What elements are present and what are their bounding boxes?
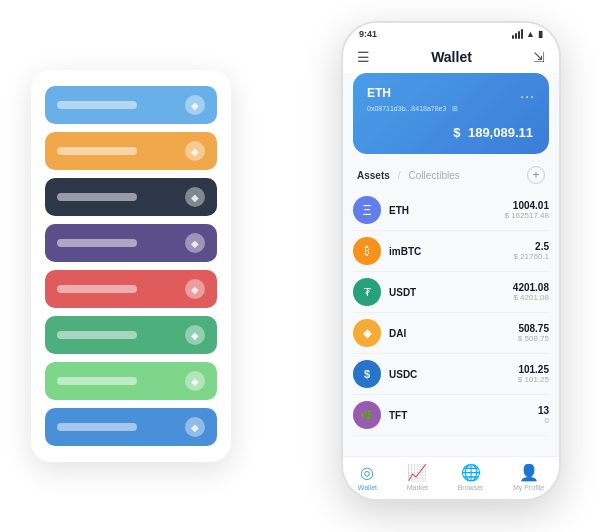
card-item-1[interactable]: ◆ xyxy=(45,132,217,170)
add-asset-button[interactable]: + xyxy=(527,166,545,184)
asset-name-tft: TFT xyxy=(389,410,538,421)
asset-name-eth: ETH xyxy=(389,205,505,216)
card-icon-5: ◆ xyxy=(185,325,205,345)
dai-icon: ◈ xyxy=(353,319,381,347)
card-label-5 xyxy=(57,331,137,339)
assets-header: Assets / Collectibles + xyxy=(343,162,559,190)
card-label-4 xyxy=(57,285,137,293)
usdc-icon: $ xyxy=(353,360,381,388)
card-label-0 xyxy=(57,101,137,109)
card-icon-1: ◆ xyxy=(185,141,205,161)
asset-item-usdc[interactable]: $ USDC 101.25 $ 101.25 xyxy=(353,354,549,395)
balance-amount: 189,089.11 xyxy=(468,125,533,140)
eth-amount: 1004.01 xyxy=(505,200,550,211)
card-item-2[interactable]: ◆ xyxy=(45,178,217,216)
imbtc-amount: 2.5 xyxy=(513,241,549,252)
dai-amount: 508.75 xyxy=(518,323,549,334)
tab-assets[interactable]: Assets xyxy=(357,170,390,181)
asset-name-usdt: USDT xyxy=(389,287,513,298)
tab-separator: / xyxy=(398,170,401,181)
asset-values-tft: 13 0 xyxy=(538,405,549,425)
asset-values-usdt: 4201.08 $ 4201.08 xyxy=(513,282,549,302)
asset-values-imbtc: 2.5 $ 21760.1 xyxy=(513,241,549,261)
browser-nav-icon: 🌐 xyxy=(461,463,481,482)
phone: 9:41 ▲ ▮ ☰ Wallet ⇲ ETH ... xyxy=(341,21,561,501)
usdt-usd: $ 4201.08 xyxy=(513,293,549,302)
card-item-7[interactable]: ◆ xyxy=(45,408,217,446)
usdt-icon: ₮ xyxy=(353,278,381,306)
wallet-nav-icon: ◎ xyxy=(360,463,374,482)
tft-usd: 0 xyxy=(538,416,549,425)
eth-icon: Ξ xyxy=(353,196,381,224)
card-item-4[interactable]: ◆ xyxy=(45,270,217,308)
usdc-usd: $ 101.25 xyxy=(518,375,549,384)
card-icon-6: ◆ xyxy=(185,371,205,391)
card-item-6[interactable]: ◆ xyxy=(45,362,217,400)
scene: ◆ ◆ ◆ ◆ ◆ ◆ ◆ ◆ 9:41 xyxy=(11,11,591,521)
tft-icon: 🌿 xyxy=(353,401,381,429)
asset-name-imbtc: imBTC xyxy=(389,246,513,257)
status-bar: 9:41 ▲ ▮ xyxy=(343,23,559,43)
nav-market[interactable]: 📈 Market xyxy=(407,463,428,491)
bottom-nav: ◎ Wallet 📈 Market 🌐 Browser 👤 My Profile xyxy=(343,456,559,499)
asset-values-dai: 508.75 $ 508.75 xyxy=(518,323,549,343)
asset-item-imbtc[interactable]: ₿ imBTC 2.5 $ 21760.1 xyxy=(353,231,549,272)
usdt-amount: 4201.08 xyxy=(513,282,549,293)
card-label-3 xyxy=(57,239,137,247)
asset-item-eth[interactable]: Ξ ETH 1004.01 $ 162517.48 xyxy=(353,190,549,231)
eth-balance: $ 189,089.11 xyxy=(367,119,535,142)
wallet-nav-label: Wallet xyxy=(358,484,377,491)
card-icon-0: ◆ xyxy=(185,95,205,115)
asset-values-eth: 1004.01 $ 162517.48 xyxy=(505,200,550,220)
nav-profile[interactable]: 👤 My Profile xyxy=(513,463,544,491)
card-icon-7: ◆ xyxy=(185,417,205,437)
profile-nav-label: My Profile xyxy=(513,484,544,491)
asset-name-dai: DAI xyxy=(389,328,518,339)
copy-icon[interactable]: ⊞ xyxy=(452,105,458,112)
assets-tabs: Assets / Collectibles xyxy=(357,170,460,181)
card-label-2 xyxy=(57,193,137,201)
expand-icon[interactable]: ⇲ xyxy=(533,49,545,65)
eth-card-more[interactable]: ... xyxy=(520,85,535,101)
status-time: 9:41 xyxy=(359,29,377,39)
eth-address: 0x08711d3b...8418a78e3 ⊞ xyxy=(367,105,535,113)
imbtc-usd: $ 21760.1 xyxy=(513,252,549,261)
eth-card[interactable]: ETH ... 0x08711d3b...8418a78e3 ⊞ $ 189,0… xyxy=(353,73,549,154)
phone-header: ☰ Wallet ⇲ xyxy=(343,43,559,73)
card-icon-2: ◆ xyxy=(185,187,205,207)
eth-card-label: ETH xyxy=(367,86,391,100)
asset-values-usdc: 101.25 $ 101.25 xyxy=(518,364,549,384)
nav-browser[interactable]: 🌐 Browser xyxy=(458,463,484,491)
card-icon-3: ◆ xyxy=(185,233,205,253)
card-icon-4: ◆ xyxy=(185,279,205,299)
card-item-3[interactable]: ◆ xyxy=(45,224,217,262)
asset-name-usdc: USDC xyxy=(389,369,518,380)
card-stack: ◆ ◆ ◆ ◆ ◆ ◆ ◆ ◆ xyxy=(31,70,231,462)
menu-icon[interactable]: ☰ xyxy=(357,49,370,65)
card-label-7 xyxy=(57,423,137,431)
eth-card-header: ETH ... xyxy=(367,85,535,101)
imbtc-icon: ₿ xyxy=(353,237,381,265)
nav-wallet[interactable]: ◎ Wallet xyxy=(358,463,377,491)
market-nav-icon: 📈 xyxy=(407,463,427,482)
browser-nav-label: Browser xyxy=(458,484,484,491)
card-label-6 xyxy=(57,377,137,385)
asset-item-dai[interactable]: ◈ DAI 508.75 $ 508.75 xyxy=(353,313,549,354)
card-item-0[interactable]: ◆ xyxy=(45,86,217,124)
tft-amount: 13 xyxy=(538,405,549,416)
page-title: Wallet xyxy=(431,49,472,65)
battery-icon: ▮ xyxy=(538,29,543,39)
balance-symbol: $ xyxy=(453,125,460,140)
asset-list: Ξ ETH 1004.01 $ 162517.48 ₿ imBTC 2.5 $ … xyxy=(343,190,559,456)
tab-collectibles[interactable]: Collectibles xyxy=(409,170,460,181)
status-icons: ▲ ▮ xyxy=(512,29,543,39)
dai-usd: $ 508.75 xyxy=(518,334,549,343)
usdc-amount: 101.25 xyxy=(518,364,549,375)
signal-icon xyxy=(512,29,523,39)
profile-nav-icon: 👤 xyxy=(519,463,539,482)
card-item-5[interactable]: ◆ xyxy=(45,316,217,354)
asset-item-tft[interactable]: 🌿 TFT 13 0 xyxy=(353,395,549,436)
asset-item-usdt[interactable]: ₮ USDT 4201.08 $ 4201.08 xyxy=(353,272,549,313)
wifi-icon: ▲ xyxy=(526,29,535,39)
card-label-1 xyxy=(57,147,137,155)
